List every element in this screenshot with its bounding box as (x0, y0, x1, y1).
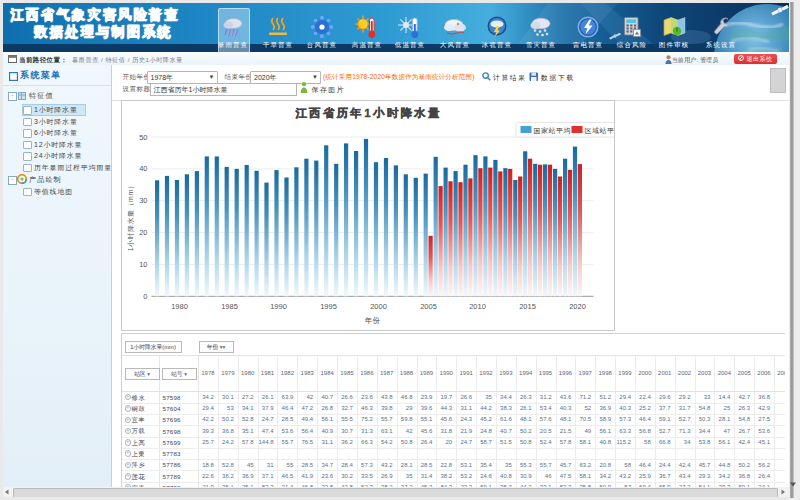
svg-text:20: 20 (139, 228, 147, 237)
svg-text:50: 50 (139, 132, 147, 141)
svg-text:30: 30 (139, 196, 147, 205)
svg-text:江西省历年1小时降水量: 江西省历年1小时降水量 (295, 106, 442, 119)
svg-text:1985: 1985 (221, 302, 238, 311)
svg-text:0: 0 (143, 291, 147, 300)
svg-text:40: 40 (139, 164, 147, 173)
svg-text:2010: 2010 (469, 302, 486, 311)
svg-text:1995: 1995 (320, 302, 337, 311)
svg-text:2000: 2000 (370, 302, 387, 311)
svg-text:10: 10 (139, 259, 147, 268)
svg-text:年份: 年份 (364, 315, 381, 324)
svg-text:区域站平均: 区域站平均 (584, 126, 614, 134)
svg-text:1980: 1980 (171, 302, 188, 311)
svg-text:1小时降水量（mm）: 1小时降水量（mm） (126, 181, 134, 251)
svg-text:1990: 1990 (270, 302, 287, 311)
svg-text:2015: 2015 (519, 302, 536, 311)
svg-text:2020: 2020 (569, 302, 586, 311)
svg-text:2005: 2005 (420, 302, 437, 311)
svg-text:国家站平均: 国家站平均 (533, 126, 571, 134)
